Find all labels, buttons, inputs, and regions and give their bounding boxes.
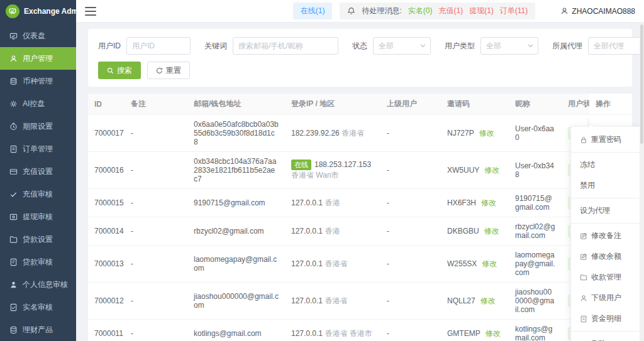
sidebar-item-label: 提现审核 bbox=[23, 212, 53, 222]
sidebar-item-recharge-settings[interactable]: 充值设置 bbox=[0, 160, 76, 183]
cell-ip: 127.0.0.1 bbox=[291, 227, 323, 235]
cell-nickname: User-0xb348 bbox=[509, 152, 562, 189]
online-count-badge[interactable]: 在线(1) bbox=[293, 3, 333, 19]
table-row: 7000011 - kotlings@gmail.com 127.0.0.1 香… bbox=[88, 320, 632, 341]
sidebar-item-orders[interactable]: 订单管理 bbox=[0, 138, 76, 160]
cell-region: 香港省 bbox=[325, 296, 347, 305]
keyword-label: 关键词 bbox=[204, 41, 227, 51]
pending-withdraw-link[interactable]: 提现(1) bbox=[469, 6, 494, 16]
col-parent: 上级用户 bbox=[380, 94, 441, 115]
agent-select-value: 全部代理 bbox=[594, 41, 624, 51]
check-icon bbox=[9, 190, 18, 198]
modify-invite-link[interactable]: 修改 bbox=[482, 259, 497, 268]
pending-recharge-link[interactable]: 充值(1) bbox=[439, 6, 464, 16]
modify-invite-link[interactable]: 修改 bbox=[484, 166, 499, 175]
sidebar-item-loan-review[interactable]: 贷款审核 bbox=[0, 251, 76, 273]
sidebar-item-products[interactable]: 理财产品 bbox=[0, 318, 76, 341]
menu-item-delete[interactable]: 删除 bbox=[571, 333, 641, 341]
pending-messages-bar: 待处理消息: 实名(0) 充值(1) 提现(1) 订单(11) bbox=[340, 3, 535, 19]
loan-review-icon bbox=[9, 258, 18, 266]
keyword-input[interactable] bbox=[233, 37, 338, 55]
edit-icon bbox=[580, 253, 587, 261]
modify-invite-link[interactable]: 修改 bbox=[480, 296, 496, 305]
menu-item-edit-remark[interactable]: 修改备注 bbox=[571, 225, 641, 246]
menu-item-reset-password[interactable]: 重置密码 bbox=[571, 129, 641, 150]
menu-item-edit-balance[interactable]: 修改余额 bbox=[571, 246, 641, 267]
cell-parent: - bbox=[380, 115, 441, 152]
gear-icon bbox=[9, 100, 18, 108]
cell-ip: 127.0.0.1 bbox=[291, 198, 323, 207]
user-menu[interactable]: ZHAOCAIMAO888 bbox=[560, 7, 635, 16]
user-type-select-value: 全部 bbox=[486, 41, 501, 51]
status-select[interactable]: 全部 bbox=[373, 37, 431, 55]
cell-invite: GMTEMP bbox=[447, 329, 480, 338]
pending-realname-link[interactable]: 实名(0) bbox=[408, 6, 433, 16]
cell-id: 7000014 bbox=[88, 217, 125, 246]
modify-invite-link[interactable]: 修改 bbox=[481, 198, 496, 207]
sidebar-item-coins[interactable]: 币种管理 bbox=[0, 70, 76, 92]
reset-button[interactable]: 重置 bbox=[147, 62, 190, 79]
pending-messages-label: 待处理消息: bbox=[362, 6, 401, 16]
sidebar-item-label: AI控盘 bbox=[23, 99, 45, 109]
menu-item-set-agent[interactable]: 设为代理 bbox=[571, 200, 641, 221]
menu-item-label: 重置密码 bbox=[591, 134, 621, 145]
user-id-input[interactable] bbox=[126, 37, 191, 55]
menu-item-payment-management[interactable]: 收款管理 bbox=[571, 267, 641, 288]
chevron-down-icon bbox=[420, 44, 426, 48]
sidebar-item-terms[interactable]: 期限设置 bbox=[0, 115, 76, 138]
cell-id: 7000017 bbox=[88, 115, 125, 152]
menu-item-label: 收款管理 bbox=[591, 272, 621, 283]
col-address: 邮箱/钱包地址 bbox=[187, 94, 285, 115]
scrollbar-thumb[interactable] bbox=[640, 24, 643, 144]
menu-item-sub-users[interactable]: 下级用户 bbox=[571, 288, 641, 308]
modify-invite-link[interactable]: 修改 bbox=[486, 329, 501, 338]
cell-nickname: laomomegapay@gmail.com bbox=[509, 246, 562, 283]
cell-ip: 127.0.0.1 bbox=[291, 329, 323, 338]
pending-orders-link[interactable]: 订单(11) bbox=[500, 6, 528, 16]
agent-select[interactable]: 全部代理 bbox=[588, 37, 644, 55]
folder-icon bbox=[580, 274, 587, 281]
col-id: ID bbox=[88, 94, 125, 115]
sidebar-item-profile-review[interactable]: 个人信息审核 bbox=[0, 273, 76, 296]
cell-id: 7000016 bbox=[88, 152, 125, 189]
sidebar-item-dashboard[interactable]: 仪表盘 bbox=[0, 24, 76, 47]
cell-remark: - bbox=[125, 217, 187, 246]
cell-region: 香港省 bbox=[341, 129, 364, 138]
menu-item-fund-details[interactable]: 资金明细 bbox=[571, 308, 641, 329]
cell-nickname: kotlings@gmail.com bbox=[509, 320, 562, 341]
cell-address: rbzycl02@gmail.com bbox=[187, 217, 285, 246]
cell-remark: - bbox=[125, 246, 187, 283]
sidebar-item-ai[interactable]: AI控盘 bbox=[0, 92, 76, 115]
topbar: 在线(1) 待处理消息: 实名(0) 充值(1) 提现(1) 订单(11) ZH… bbox=[76, 0, 644, 22]
person-icon bbox=[9, 281, 18, 289]
search-button[interactable]: 搜索 bbox=[98, 62, 141, 79]
hamburger-menu-icon[interactable] bbox=[85, 7, 96, 16]
modify-invite-link[interactable]: 修改 bbox=[484, 227, 499, 235]
sidebar-item-label: 用户管理 bbox=[23, 53, 53, 64]
cell-parent: - bbox=[380, 152, 441, 189]
user-type-select[interactable]: 全部 bbox=[480, 37, 538, 55]
menu-item-freeze[interactable]: 冻结 bbox=[571, 154, 641, 175]
menu-item-label: 删除 bbox=[591, 338, 606, 341]
sidebar-item-realname-review[interactable]: 实名审核 bbox=[0, 296, 76, 318]
cell-address: 9190715@gmail.com bbox=[187, 189, 285, 217]
cell-id: 7000015 bbox=[88, 189, 125, 217]
table-row: 7000017 - 0x6aa0e50afc8bcb0a03b55d6b3c59… bbox=[88, 115, 632, 152]
sidebar-item-users[interactable]: 用户管理 bbox=[0, 47, 76, 70]
actions-dropdown-menu: 重置密码 冻结 禁用 设为代理 修改备注 修改余额 收款管理 下级用户 资金明细 bbox=[570, 126, 641, 341]
user-id-label: 用户ID bbox=[98, 41, 121, 51]
sidebar-item-recharge-review[interactable]: 充值审核 bbox=[0, 183, 76, 205]
dropdown-divider bbox=[571, 331, 641, 332]
sidebar-item-label: 理财产品 bbox=[23, 325, 53, 335]
dropdown-divider bbox=[571, 198, 641, 198]
dropdown-divider bbox=[571, 223, 641, 224]
sidebar-item-withdraw-review[interactable]: 提现审核 bbox=[0, 205, 76, 228]
col-actions: 操作 bbox=[589, 94, 632, 115]
menu-item-disable[interactable]: 禁用 bbox=[571, 175, 641, 196]
cell-nickname: User-0x6aa0 bbox=[509, 115, 562, 152]
cell-address: 0xb348cbc104a376a7aa2833e1821fb611b5e2ae… bbox=[187, 152, 285, 189]
sidebar-item-loan-settings[interactable]: 贷款设置 bbox=[0, 228, 76, 251]
modify-invite-link[interactable]: 修改 bbox=[479, 129, 494, 138]
cell-address: laomomegapay@gmail.com bbox=[187, 246, 285, 283]
app-logo: Exchange Admin bbox=[0, 0, 76, 22]
